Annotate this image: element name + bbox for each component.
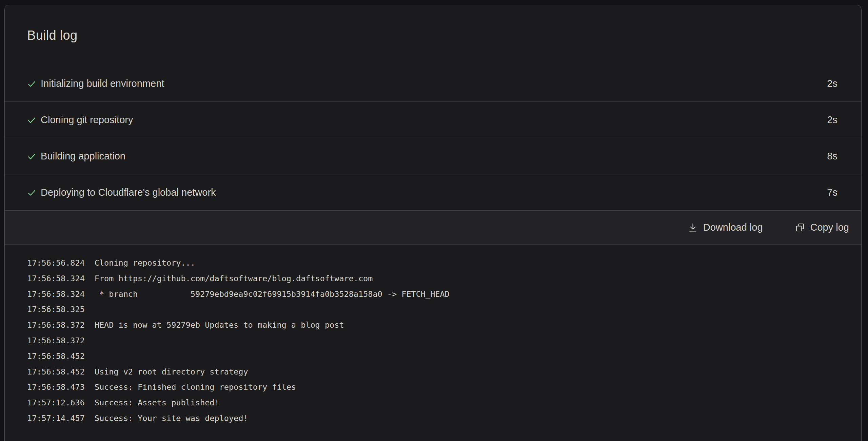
step-duration: 7s [827, 187, 837, 198]
build-log-card: Build log Initializing build environment… [4, 5, 862, 441]
step-label: Building application [41, 151, 125, 162]
log-line: 17:57:12.636Success: Assets published! [27, 395, 848, 411]
log-line: 17:56:58.324From https://github.com/daft… [27, 271, 848, 287]
log-timestamp: 17:56:58.324 [27, 287, 85, 302]
download-log-button[interactable]: Download log [688, 222, 763, 233]
log-timestamp: 17:56:58.325 [27, 302, 85, 318]
log-timestamp: 17:56:58.372 [27, 333, 85, 349]
log-timestamp: 17:56:56.824 [27, 255, 85, 271]
log-timestamp: 17:56:58.452 [27, 349, 85, 364]
build-step-build[interactable]: Building application 8s [5, 138, 861, 174]
step-duration: 2s [827, 114, 837, 126]
log-message: Success: Finished cloning repository fil… [95, 380, 296, 395]
check-icon [27, 152, 36, 161]
log-actions-bar: Download log Copy log [5, 211, 861, 245]
step-label: Initializing build environment [41, 78, 164, 89]
build-step-initialize[interactable]: Initializing build environment 2s [5, 65, 861, 102]
page-title: Build log [27, 28, 77, 43]
log-message: HEAD is now at 59279eb Updates to making… [95, 318, 344, 333]
copy-log-label: Copy log [810, 222, 849, 233]
log-message: * branch 59279ebd9ea9c02f69915b3914fa0b3… [95, 287, 450, 302]
log-message: Cloning repository... [95, 255, 195, 271]
card-header: Build log [5, 5, 861, 65]
log-line: 17:56:58.372 [27, 333, 848, 349]
log-timestamp: 17:56:58.372 [27, 318, 85, 333]
log-timestamp: 17:56:58.324 [27, 271, 85, 287]
step-label: Deploying to Cloudflare's global network [41, 187, 216, 198]
build-step-deploy[interactable]: Deploying to Cloudflare's global network… [5, 174, 861, 211]
log-message: Success: Assets published! [95, 395, 219, 411]
download-log-label: Download log [703, 222, 763, 233]
build-step-clone[interactable]: Cloning git repository 2s [5, 102, 861, 138]
log-timestamp: 17:56:58.452 [27, 364, 85, 380]
log-timestamp: 17:57:14.457 [27, 411, 85, 426]
build-steps-list: Initializing build environment 2s Clonin… [5, 65, 861, 211]
step-label: Cloning git repository [41, 114, 133, 126]
log-line: 17:56:58.325 [27, 302, 848, 318]
download-icon [688, 223, 698, 232]
check-icon [27, 115, 36, 124]
copy-icon [795, 223, 805, 232]
check-icon [27, 188, 36, 197]
log-message: Success: Your site was deployed! [95, 411, 248, 426]
log-timestamp: 17:57:12.636 [27, 395, 85, 411]
check-icon [27, 79, 36, 88]
log-line: 17:56:56.824Cloning repository... [27, 255, 848, 271]
build-log-output: 17:56:56.824Cloning repository... 17:56:… [5, 245, 861, 441]
log-message: From https://github.com/daftsoftware/blo… [95, 271, 373, 287]
log-message: Using v2 root directory strategy [95, 364, 248, 380]
log-timestamp: 17:56:58.473 [27, 380, 85, 395]
step-duration: 8s [827, 151, 837, 162]
copy-log-button[interactable]: Copy log [795, 222, 849, 233]
log-line: 17:56:58.452Using v2 root directory stra… [27, 364, 848, 380]
log-line: 17:56:58.452 [27, 349, 848, 364]
log-line: 17:56:58.372HEAD is now at 59279eb Updat… [27, 318, 848, 333]
log-line: 17:56:58.473Success: Finished cloning re… [27, 380, 848, 395]
step-duration: 2s [827, 78, 837, 89]
log-line: 17:56:58.324 * branch 59279ebd9ea9c02f69… [27, 287, 848, 302]
log-line: 17:57:14.457Success: Your site was deplo… [27, 411, 848, 426]
